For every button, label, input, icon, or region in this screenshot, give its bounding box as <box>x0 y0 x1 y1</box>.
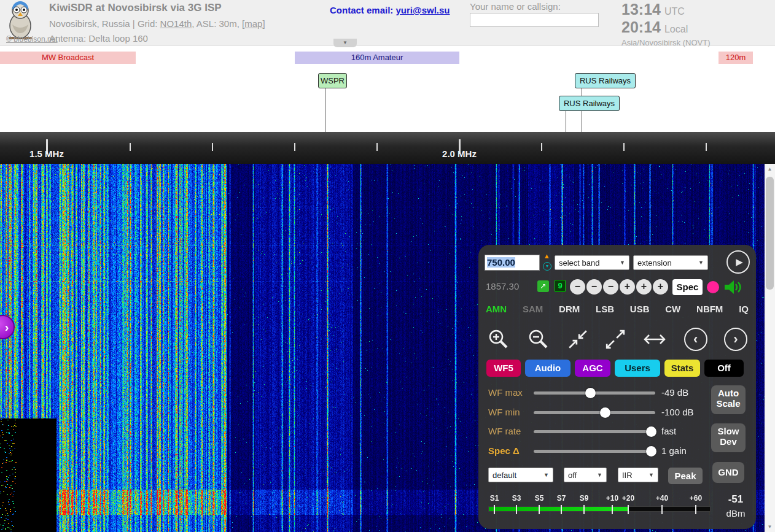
play-icon: ▶ <box>736 256 743 267</box>
dx-label-rus-railways-1[interactable]: RUS Railways <box>575 73 636 88</box>
wf-rate-slider[interactable] <box>534 430 655 433</box>
band-120m[interactable]: 120m <box>719 52 753 64</box>
passband-width-icon[interactable] <box>642 330 667 349</box>
smeter-readout: -51 dBm <box>719 493 752 519</box>
mode-iq[interactable]: IQ <box>739 304 749 314</box>
mode-cw[interactable]: CW <box>665 304 680 314</box>
speaker-icon[interactable] <box>723 279 743 296</box>
mode-nbfm[interactable]: NBFM <box>696 304 723 314</box>
map-link[interactable]: [map] <box>242 18 265 29</box>
scrollbar-thumb[interactable] <box>766 177 774 290</box>
top-bar: © bluebison.net KiwiSDR at Novosibirsk v… <box>0 0 775 46</box>
scale-label-right: 2.0 MHz <box>442 148 477 159</box>
smeter-tick <box>695 505 696 514</box>
slider-thumb[interactable] <box>646 446 656 457</box>
callsign-input[interactable] <box>470 13 599 27</box>
auto-scale-button[interactable]: Auto Scale <box>711 385 746 414</box>
local-time: 20:14 <box>621 18 661 36</box>
tab-audio[interactable]: Audio <box>525 360 571 377</box>
link-icon[interactable]: ↗ <box>537 280 549 292</box>
mode-sam[interactable]: SAM <box>523 304 543 314</box>
step-plus-icon[interactable]: + <box>653 279 668 295</box>
wf-colormap-dropdown[interactable]: default▼ <box>488 468 553 482</box>
zoom-level-indicator: 9 <box>555 280 566 292</box>
dx-line-rus-2 <box>566 111 566 132</box>
tab-agc[interactable]: AGC <box>575 360 610 377</box>
smeter-level <box>489 507 628 511</box>
page-scrollbar[interactable]: ▲ ▼ <box>765 164 775 532</box>
dx-line-wspr <box>325 88 325 132</box>
page-left-button[interactable]: ‹ <box>684 328 707 351</box>
mode-lsb[interactable]: LSB <box>596 304 614 314</box>
chevron-left-icon: ‹ <box>693 331 698 347</box>
step-minus-icon[interactable]: − <box>570 279 585 295</box>
gnd-button[interactable]: GND <box>712 462 744 483</box>
zoom-in-icon[interactable] <box>487 328 510 351</box>
mode-usb[interactable]: USB <box>630 304 650 314</box>
step-minus-icon[interactable]: − <box>603 279 618 295</box>
tab-users[interactable]: Users <box>615 360 660 377</box>
scale-minor-tick <box>294 143 295 151</box>
wf-rate-row: WF rate fast <box>478 423 712 439</box>
slider-thumb[interactable] <box>600 407 610 418</box>
step-plus-icon[interactable]: + <box>620 279 635 295</box>
step-minus-icon[interactable]: − <box>586 279 602 295</box>
wf-min-label: WF min <box>488 407 532 417</box>
peak-button[interactable]: Peak <box>668 468 703 484</box>
scale-label-left: 1.5 MHz <box>29 148 64 159</box>
smeter-tick-label: S9 <box>580 494 589 503</box>
zoom-pan-buttons: ‹ › <box>487 322 747 357</box>
tab-wf[interactable]: WF5 <box>486 360 521 377</box>
scroll-up-icon[interactable]: ▲ <box>765 164 775 174</box>
record-icon[interactable] <box>707 281 719 293</box>
clock-block: 13:14UTC 20:14Local Asia/Novosibirsk (NO… <box>621 1 710 47</box>
frequency-input-value: 750.00 <box>487 257 515 268</box>
mode-amn[interactable]: AMN <box>486 304 507 314</box>
wf-max-slider[interactable] <box>534 391 655 395</box>
zoom-out-icon[interactable] <box>527 328 550 351</box>
slow-dev-button[interactable]: Slow Dev <box>711 423 746 452</box>
spec-delta-slider[interactable] <box>534 450 655 453</box>
wf-filter-dropdown[interactable]: IIR▼ <box>618 468 658 482</box>
caret-down-icon: ▼ <box>543 472 549 478</box>
smeter-dbm-unit: dBm <box>719 508 752 519</box>
scroll-down-icon[interactable]: ▼ <box>765 522 775 532</box>
extension-dropdown[interactable]: extension▼ <box>633 255 708 270</box>
smeter-dbm-value: -51 <box>719 493 752 506</box>
frequency-step-buttons: −−−+++ <box>570 279 669 295</box>
dx-label-rus-railways-2[interactable]: RUS Railways <box>559 96 620 111</box>
antenna-line: Antenna: Delta loop 160 <box>49 33 265 44</box>
contact-email-link[interactable]: yuri@swl.su <box>396 5 450 15</box>
wf-aperture-value: off <box>568 471 577 480</box>
band-160m-amateur[interactable]: 160m Amateur <box>295 52 459 64</box>
select-band-dropdown[interactable]: select band▼ <box>555 255 629 270</box>
kiwisdr-app: © bluebison.net KiwiSDR at Novosibirsk v… <box>0 0 775 532</box>
wf-min-slider[interactable] <box>534 411 655 414</box>
smeter-tick-label: S7 <box>557 494 566 503</box>
frequency-scale[interactable]: 1.5 MHz 2.0 MHz <box>0 132 775 164</box>
frequency-down-icon[interactable]: ▼ <box>543 262 551 271</box>
callsign-label: Your name or callsign: <box>470 1 561 12</box>
band-mw-broadcast[interactable]: MW Broadcast <box>0 52 136 64</box>
frequency-up-icon[interactable]: ▲ <box>542 252 551 261</box>
zoom-full-span-icon[interactable] <box>605 329 626 350</box>
spec-button[interactable]: Spec <box>672 279 703 295</box>
grid-link[interactable]: NO14th <box>160 18 192 29</box>
caret-down-icon: ▼ <box>620 260 625 266</box>
auto-scale-line1: Auto <box>711 388 746 398</box>
dx-label-wspr[interactable]: WSPR <box>318 73 347 88</box>
wf-aperture-dropdown[interactable]: off▼ <box>564 468 607 482</box>
frequency-input[interactable]: 750.00 <box>485 255 540 271</box>
mode-drm[interactable]: DRM <box>559 304 580 314</box>
zoom-to-band-icon[interactable] <box>567 329 588 350</box>
tab-stats[interactable]: Stats <box>664 360 700 377</box>
tab-off[interactable]: Off <box>704 360 744 377</box>
wf-max-label: WF max <box>488 387 532 398</box>
topbar-collapse-tab[interactable]: ▼ <box>333 39 357 47</box>
slider-thumb[interactable] <box>646 426 656 437</box>
step-plus-icon[interactable]: + <box>636 279 652 295</box>
play-button[interactable]: ▶ <box>726 250 750 274</box>
smeter-tick <box>494 505 495 514</box>
slider-thumb[interactable] <box>585 388 596 398</box>
page-right-button[interactable]: › <box>724 328 747 351</box>
